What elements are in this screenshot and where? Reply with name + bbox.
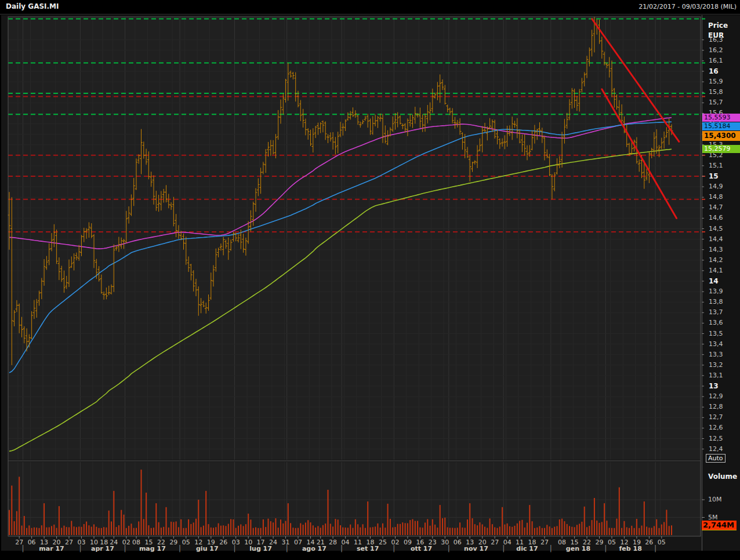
auto-scale-button[interactable]: Auto — [706, 454, 726, 463]
trading-chart-window: Price EUR Auto Volume 10M 5M 2,744M 12,4… — [0, 0, 740, 560]
chart-canvas[interactable] — [0, 0, 740, 560]
chart-title: Daily GASI.MI — [6, 2, 59, 10]
title-bar: Daily GASI.MI 21/02/2017 - 09/03/2018 (M… — [0, 0, 740, 14]
date-range: 21/02/2017 - 09/03/2018 (MIL) — [639, 3, 737, 10]
